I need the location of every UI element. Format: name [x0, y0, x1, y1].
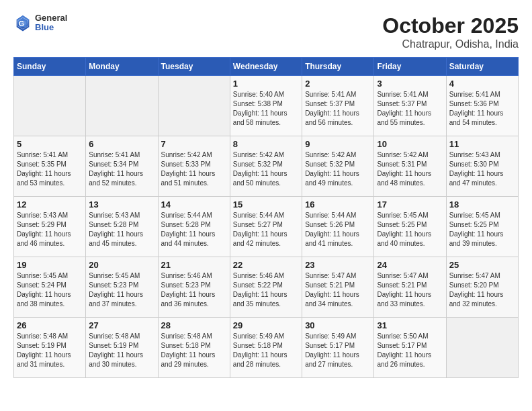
empty-cell: [446, 318, 518, 378]
day-info: Sunrise: 5:44 AM Sunset: 5:28 PM Dayligh…: [161, 211, 227, 248]
weekday-header-friday: Friday: [374, 58, 446, 76]
weekday-header-tuesday: Tuesday: [158, 58, 230, 76]
day-cell-22: 22Sunrise: 5:46 AM Sunset: 5:22 PM Dayli…: [230, 257, 302, 318]
day-number: 9: [305, 139, 371, 149]
day-number: 22: [233, 260, 299, 270]
day-cell-24: 24Sunrise: 5:47 AM Sunset: 5:21 PM Dayli…: [374, 257, 446, 318]
day-info: Sunrise: 5:49 AM Sunset: 5:18 PM Dayligh…: [233, 332, 299, 369]
day-cell-19: 19Sunrise: 5:45 AM Sunset: 5:24 PM Dayli…: [14, 257, 86, 318]
week-row-3: 12Sunrise: 5:43 AM Sunset: 5:29 PM Dayli…: [14, 197, 519, 257]
day-cell-29: 29Sunrise: 5:49 AM Sunset: 5:18 PM Dayli…: [230, 318, 302, 378]
day-cell-18: 18Sunrise: 5:45 AM Sunset: 5:25 PM Dayli…: [446, 197, 518, 257]
day-info: Sunrise: 5:42 AM Sunset: 5:33 PM Dayligh…: [161, 150, 227, 188]
day-number: 17: [377, 199, 443, 210]
day-cell-4: 4Sunrise: 5:41 AM Sunset: 5:36 PM Daylig…: [446, 76, 518, 136]
day-info: Sunrise: 5:50 AM Sunset: 5:17 PM Dayligh…: [377, 332, 443, 369]
day-info: Sunrise: 5:47 AM Sunset: 5:20 PM Dayligh…: [449, 271, 515, 309]
empty-cell: [86, 76, 158, 136]
day-info: Sunrise: 5:41 AM Sunset: 5:37 PM Dayligh…: [305, 90, 371, 128]
day-info: Sunrise: 5:44 AM Sunset: 5:26 PM Dayligh…: [305, 211, 371, 248]
day-number: 27: [89, 320, 154, 330]
day-info: Sunrise: 5:47 AM Sunset: 5:21 PM Dayligh…: [305, 271, 371, 309]
day-number: 28: [161, 320, 227, 330]
weekday-header-monday: Monday: [86, 58, 158, 76]
day-cell-28: 28Sunrise: 5:48 AM Sunset: 5:18 PM Dayli…: [158, 318, 230, 378]
weekday-header-saturday: Saturday: [446, 58, 518, 76]
day-info: Sunrise: 5:48 AM Sunset: 5:19 PM Dayligh…: [17, 332, 83, 369]
day-info: Sunrise: 5:45 AM Sunset: 5:23 PM Dayligh…: [89, 271, 154, 309]
day-cell-7: 7Sunrise: 5:42 AM Sunset: 5:33 PM Daylig…: [158, 136, 230, 197]
day-cell-20: 20Sunrise: 5:45 AM Sunset: 5:23 PM Dayli…: [86, 257, 158, 318]
day-cell-5: 5Sunrise: 5:41 AM Sunset: 5:35 PM Daylig…: [14, 136, 86, 197]
weekday-header-thursday: Thursday: [302, 58, 374, 76]
day-info: Sunrise: 5:46 AM Sunset: 5:23 PM Dayligh…: [161, 271, 227, 309]
day-number: 5: [17, 139, 83, 149]
day-cell-3: 3Sunrise: 5:41 AM Sunset: 5:37 PM Daylig…: [374, 76, 446, 136]
empty-cell: [158, 76, 230, 136]
day-cell-11: 11Sunrise: 5:43 AM Sunset: 5:30 PM Dayli…: [446, 136, 518, 197]
day-number: 3: [377, 79, 443, 89]
day-cell-10: 10Sunrise: 5:42 AM Sunset: 5:31 PM Dayli…: [374, 136, 446, 197]
day-number: 30: [305, 320, 371, 330]
day-info: Sunrise: 5:45 AM Sunset: 5:25 PM Dayligh…: [449, 211, 515, 248]
day-cell-9: 9Sunrise: 5:42 AM Sunset: 5:32 PM Daylig…: [302, 136, 374, 197]
week-row-5: 26Sunrise: 5:48 AM Sunset: 5:19 PM Dayli…: [14, 318, 519, 378]
day-cell-14: 14Sunrise: 5:44 AM Sunset: 5:28 PM Dayli…: [158, 197, 230, 257]
logo: G General Blue: [13, 13, 67, 33]
month-title: October 2025: [382, 13, 519, 38]
day-number: 13: [89, 199, 154, 210]
day-cell-30: 30Sunrise: 5:49 AM Sunset: 5:17 PM Dayli…: [302, 318, 374, 378]
day-number: 23: [305, 260, 371, 270]
day-info: Sunrise: 5:42 AM Sunset: 5:32 PM Dayligh…: [233, 150, 299, 188]
day-info: Sunrise: 5:48 AM Sunset: 5:18 PM Dayligh…: [161, 332, 227, 369]
day-number: 11: [449, 139, 515, 149]
day-number: 12: [17, 199, 83, 210]
day-cell-17: 17Sunrise: 5:45 AM Sunset: 5:25 PM Dayli…: [374, 197, 446, 257]
day-number: 19: [17, 260, 83, 270]
day-number: 4: [449, 79, 515, 89]
day-number: 21: [161, 260, 227, 270]
day-cell-27: 27Sunrise: 5:48 AM Sunset: 5:19 PM Dayli…: [86, 318, 158, 378]
day-number: 25: [449, 260, 515, 270]
day-cell-6: 6Sunrise: 5:41 AM Sunset: 5:34 PM Daylig…: [86, 136, 158, 197]
day-info: Sunrise: 5:45 AM Sunset: 5:24 PM Dayligh…: [17, 271, 83, 309]
day-number: 1: [233, 79, 299, 89]
day-number: 2: [305, 79, 371, 89]
day-info: Sunrise: 5:48 AM Sunset: 5:19 PM Dayligh…: [89, 332, 154, 369]
day-number: 8: [233, 139, 299, 149]
day-number: 29: [233, 320, 299, 330]
day-cell-23: 23Sunrise: 5:47 AM Sunset: 5:21 PM Dayli…: [302, 257, 374, 318]
week-row-1: 1Sunrise: 5:40 AM Sunset: 5:38 PM Daylig…: [14, 76, 519, 136]
day-cell-12: 12Sunrise: 5:43 AM Sunset: 5:29 PM Dayli…: [14, 197, 86, 257]
weekday-header-wednesday: Wednesday: [230, 58, 302, 76]
day-info: Sunrise: 5:47 AM Sunset: 5:21 PM Dayligh…: [377, 271, 443, 309]
svg-text:G: G: [19, 19, 24, 28]
day-info: Sunrise: 5:41 AM Sunset: 5:37 PM Dayligh…: [377, 90, 443, 128]
day-number: 16: [305, 199, 371, 210]
day-info: Sunrise: 5:43 AM Sunset: 5:29 PM Dayligh…: [17, 211, 83, 248]
empty-cell: [14, 76, 86, 136]
header: G General Blue October 2025 Chatrapur, O…: [13, 13, 519, 50]
day-number: 20: [89, 260, 154, 270]
day-cell-16: 16Sunrise: 5:44 AM Sunset: 5:26 PM Dayli…: [302, 197, 374, 257]
day-info: Sunrise: 5:42 AM Sunset: 5:31 PM Dayligh…: [377, 150, 443, 188]
logo-icon: G: [13, 13, 32, 32]
day-info: Sunrise: 5:40 AM Sunset: 5:38 PM Dayligh…: [233, 90, 299, 128]
day-info: Sunrise: 5:43 AM Sunset: 5:28 PM Dayligh…: [89, 211, 154, 248]
day-cell-26: 26Sunrise: 5:48 AM Sunset: 5:19 PM Dayli…: [14, 318, 86, 378]
day-number: 26: [17, 320, 83, 330]
day-info: Sunrise: 5:41 AM Sunset: 5:36 PM Dayligh…: [449, 90, 515, 128]
day-info: Sunrise: 5:42 AM Sunset: 5:32 PM Dayligh…: [305, 150, 371, 188]
day-cell-1: 1Sunrise: 5:40 AM Sunset: 5:38 PM Daylig…: [230, 76, 302, 136]
day-cell-31: 31Sunrise: 5:50 AM Sunset: 5:17 PM Dayli…: [374, 318, 446, 378]
week-row-4: 19Sunrise: 5:45 AM Sunset: 5:24 PM Dayli…: [14, 257, 519, 318]
calendar-header-row: SundayMondayTuesdayWednesdayThursdayFrid…: [14, 58, 519, 76]
day-cell-21: 21Sunrise: 5:46 AM Sunset: 5:23 PM Dayli…: [158, 257, 230, 318]
day-info: Sunrise: 5:41 AM Sunset: 5:34 PM Dayligh…: [89, 150, 154, 188]
weekday-header-sunday: Sunday: [14, 58, 86, 76]
day-number: 31: [377, 320, 443, 330]
day-cell-8: 8Sunrise: 5:42 AM Sunset: 5:32 PM Daylig…: [230, 136, 302, 197]
day-info: Sunrise: 5:41 AM Sunset: 5:35 PM Dayligh…: [17, 150, 83, 188]
day-number: 24: [377, 260, 443, 270]
day-cell-15: 15Sunrise: 5:44 AM Sunset: 5:27 PM Dayli…: [230, 197, 302, 257]
